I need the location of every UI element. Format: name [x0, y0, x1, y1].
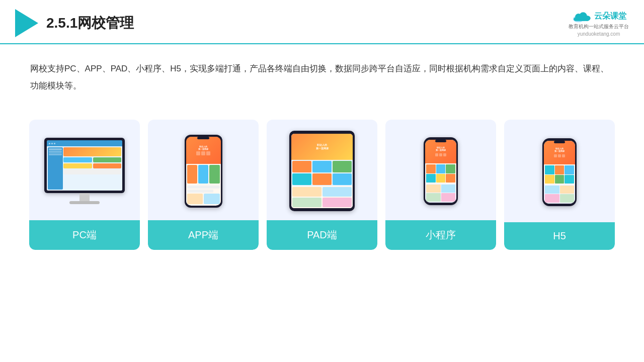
brand-logo: 云朵课堂 教育机构一站式服务云平台 yunduoketang.com	[569, 10, 629, 37]
card-pad: 职达人的第一堂网课	[267, 120, 377, 250]
brand-name: 云朵课堂	[594, 11, 626, 22]
description-text: 网校支持PC、APP、PAD、小程序、H5，实现多端打通，产品各终端自由切换，数…	[0, 44, 644, 105]
pc-label: PC端	[29, 220, 140, 250]
miniprogram-phone: 职达人的第一堂网课	[424, 137, 458, 205]
page-title: 2.5.1网校管理	[46, 14, 134, 33]
cloud-icon	[571, 10, 591, 23]
brand-slogan: 教育机构一站式服务云平台	[569, 23, 629, 30]
pc-image-area	[29, 120, 140, 220]
miniprogram-label: 小程序	[385, 220, 496, 250]
card-app: 职达人的第一堂网课	[148, 120, 259, 250]
pad-label: PAD端	[267, 220, 377, 250]
svg-rect-5	[574, 18, 589, 21]
device-cards-container: PC端 职达人的第一堂网课	[0, 110, 644, 260]
app-phone: 职达人的第一堂网课	[185, 135, 222, 208]
header-right: 云朵课堂 教育机构一站式服务云平台 yunduoketang.com	[569, 10, 629, 37]
h5-image-area: 职达人的第一堂网课	[504, 120, 615, 222]
miniprogram-image-area: 职达人的第一堂网课	[385, 120, 496, 220]
pad-device: 职达人的第一堂网课	[289, 131, 355, 211]
logo-triangle-icon	[15, 9, 38, 37]
brand-logo-top: 云朵课堂	[571, 10, 626, 23]
h5-label: H5	[504, 222, 615, 250]
pad-image-area: 职达人的第一堂网课	[267, 120, 377, 220]
card-h5: 职达人的第一堂网课	[504, 120, 615, 250]
app-label: APP端	[148, 220, 259, 250]
brand-url: yunduoketang.com	[578, 31, 620, 37]
card-pc: PC端	[29, 120, 140, 250]
app-image-area: 职达人的第一堂网课	[148, 120, 259, 220]
pc-monitor	[44, 138, 125, 204]
page-header: 2.5.1网校管理 云朵课堂 教育机构一站式服务云平台 yunduoketang…	[0, 0, 644, 44]
header-left: 2.5.1网校管理	[15, 9, 134, 37]
card-miniprogram: 职达人的第一堂网课	[385, 120, 496, 250]
h5-phone: 职达人的第一堂网课	[542, 138, 577, 206]
